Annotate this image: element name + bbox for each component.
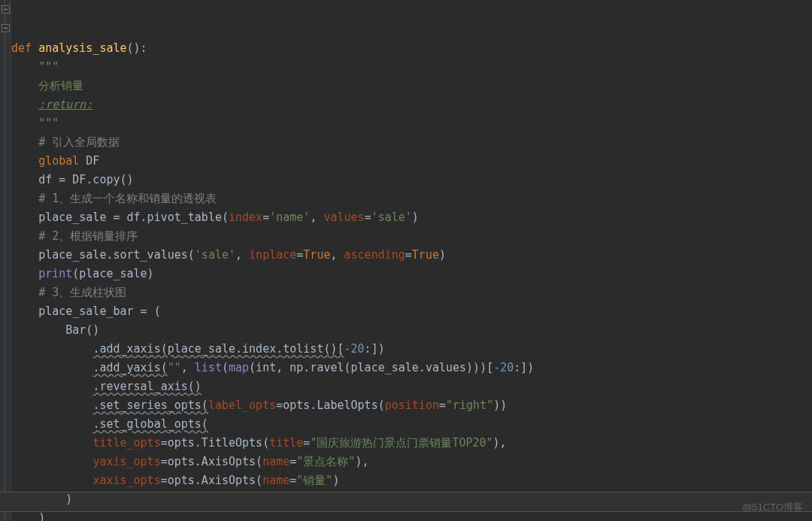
text: )	[439, 248, 446, 262]
code-line: )	[38, 511, 45, 521]
docstring-close: """	[38, 117, 59, 130]
code-line: df = DF.copy()	[38, 173, 133, 186]
bool: True	[412, 248, 439, 262]
comment: # 2、根据销量排序	[38, 229, 138, 243]
kwarg: xaxis_opts	[92, 474, 160, 487]
string: 'sale'	[371, 211, 412, 224]
text: =opts.AxisOpts(	[161, 455, 262, 468]
string: "景点名称"	[296, 455, 355, 468]
string: "国庆旅游热门景点门票销量TOP20"	[310, 436, 492, 450]
code-line: place_sale.sort_values(	[38, 248, 195, 262]
kwarg: ascending	[344, 248, 405, 262]
code-line: .add_xaxis(place_sale.index.tolist()[	[92, 342, 344, 356]
code-line: .add_yaxis(	[92, 361, 167, 374]
code-line: place_sale_bar = (	[38, 304, 161, 318]
comment: # 引入全局数据	[38, 135, 120, 149]
kwarg: name	[262, 455, 289, 468]
text: (	[222, 361, 229, 374]
number: -20	[344, 342, 365, 356]
fold-marker-icon[interactable]	[2, 24, 10, 32]
string: "right"	[446, 398, 493, 412]
kwarg: position	[385, 398, 439, 412]
code-editor[interactable]: def analysis_sale(): """ 分析销量 :return: "…	[11, 0, 812, 521]
string: ""	[168, 361, 181, 374]
number: -20	[493, 361, 514, 374]
text: (int, np.ravel(place_sale.values)))[	[249, 361, 493, 374]
function-name: analysis_sale	[38, 41, 126, 55]
text: :])	[365, 342, 385, 356]
builtin-map: map	[229, 361, 249, 374]
keyword-global: global	[38, 154, 86, 168]
kwarg: inplace	[249, 248, 296, 262]
keyword-def: def	[11, 41, 38, 55]
text: =opts.TitleOpts(	[161, 436, 270, 450]
builtin-print: print	[38, 267, 72, 280]
docstring-line: 分析销量	[38, 79, 83, 92]
editor-gutter	[0, 0, 11, 521]
string: 'sale'	[195, 248, 235, 262]
bool: True	[303, 248, 330, 262]
text: )	[332, 474, 339, 487]
text: ,	[181, 361, 195, 374]
kwarg: values	[323, 211, 364, 224]
string: "销量"	[296, 474, 332, 487]
docstring-open: """	[38, 60, 59, 74]
kwarg: index	[229, 211, 262, 224]
code-line: )	[65, 492, 72, 506]
text: ))	[493, 398, 507, 412]
fold-marker-icon[interactable]	[2, 5, 10, 14]
text: =opts.LabelOpts(	[276, 398, 385, 412]
kwarg: title_opts	[92, 436, 160, 450]
code-line: .set_series_opts(	[92, 398, 208, 412]
comment: # 3、生成柱状图	[38, 286, 126, 299]
kwarg: title	[269, 436, 303, 450]
code-line: .set_global_opts(	[92, 417, 208, 431]
text: :])	[514, 361, 534, 374]
text: =opts.AxisOpts(	[161, 474, 262, 487]
code-line: Bar()	[65, 323, 99, 337]
string: 'name'	[269, 211, 310, 224]
text: ),	[493, 436, 507, 450]
comment: # 1、生成一个名称和销量的透视表	[38, 192, 217, 205]
kwarg: yaxis_opts	[92, 455, 160, 468]
text: ():	[127, 41, 147, 55]
code-line: .reversal_axis()	[92, 380, 201, 393]
text: ),	[355, 455, 368, 468]
code-line: place_sale = df.pivot_table(	[38, 211, 229, 224]
kwarg: name	[262, 474, 289, 487]
text: )	[412, 211, 419, 224]
kwarg: label_opts	[208, 398, 276, 412]
builtin-list: list	[195, 361, 222, 374]
identifier: DF	[86, 154, 99, 168]
docstring-tag: :return:	[38, 98, 92, 111]
